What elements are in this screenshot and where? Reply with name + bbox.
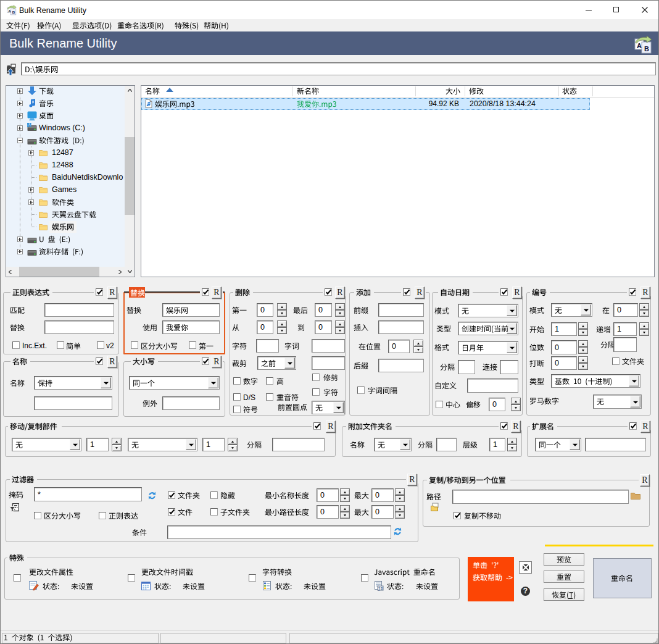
svg-text:js: js [378,587,383,591]
svg-text:B: B [644,45,649,52]
svg-text:A: A [637,42,642,49]
svg-text:B: B [12,10,15,14]
svg-text:A: A [8,9,11,13]
